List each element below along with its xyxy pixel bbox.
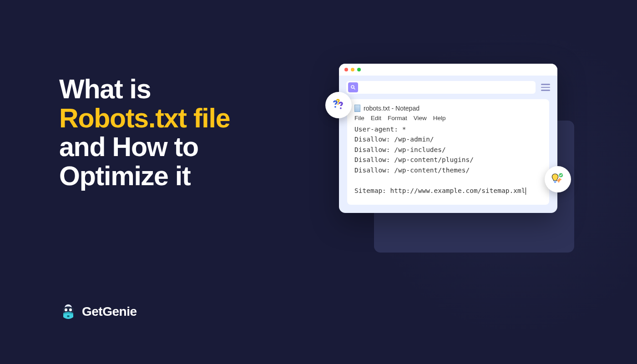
search-field[interactable] xyxy=(346,81,536,94)
browser-toolbar xyxy=(339,76,557,99)
window-maximize-dot xyxy=(357,68,361,71)
notepad-panel: robots.txt - Notepad File Edit Format Vi… xyxy=(347,99,549,205)
file-line-2: Disallow: /wp-admin/ xyxy=(354,136,434,143)
svg-rect-3 xyxy=(67,315,70,317)
headline-line-3: and How to xyxy=(59,132,198,162)
menu-file[interactable]: File xyxy=(354,115,364,121)
hamburger-menu-icon[interactable] xyxy=(541,84,550,91)
svg-line-5 xyxy=(354,88,355,90)
svg-point-6 xyxy=(334,106,336,108)
file-line-3: Disallow: /wp-includes/ xyxy=(354,146,446,153)
file-line-1: User-agent: * xyxy=(354,126,406,133)
notepad-title: robots.txt - Notepad xyxy=(354,105,542,112)
svg-point-1 xyxy=(65,308,67,311)
headline-line-2: Robots.txt file xyxy=(59,103,230,133)
search-input[interactable] xyxy=(358,84,534,91)
menu-format[interactable]: Format xyxy=(388,115,407,121)
svg-point-2 xyxy=(69,308,72,311)
notepad-title-text: robots.txt - Notepad xyxy=(364,105,420,112)
headline-line-4: Optimize it xyxy=(59,161,190,191)
browser-window: robots.txt - Notepad File Edit Format Vi… xyxy=(339,64,557,213)
menu-help[interactable]: Help xyxy=(433,115,446,121)
question-badge-icon xyxy=(325,92,352,118)
menu-view[interactable]: View xyxy=(414,115,427,121)
brand-logo-icon xyxy=(59,303,77,321)
file-line-5: Disallow: /wp-content/themes/ xyxy=(354,167,470,174)
svg-point-4 xyxy=(351,86,354,88)
svg-point-7 xyxy=(340,107,342,109)
notepad-menu: File Edit Format View Help xyxy=(354,115,542,121)
svg-point-8 xyxy=(337,103,339,105)
file-line-4: Disallow: /wp-content/plugins/ xyxy=(354,156,474,163)
document-icon xyxy=(354,105,360,112)
svg-rect-10 xyxy=(554,182,556,183)
menu-edit[interactable]: Edit xyxy=(371,115,381,121)
text-cursor xyxy=(526,187,526,195)
notepad-body[interactable]: User-agent: * Disallow: /wp-admin/ Disal… xyxy=(354,124,542,196)
window-titlebar xyxy=(339,64,557,76)
idea-badge-icon xyxy=(545,166,571,192)
file-line-7: Sitemap: http://www.example.com/sitemap.… xyxy=(354,187,525,194)
svg-rect-9 xyxy=(554,181,556,182)
search-icon xyxy=(348,82,358,92)
window-minimize-dot xyxy=(351,68,354,71)
brand-name: GetGenie xyxy=(82,304,136,319)
headline: What is Robots.txt file and How to Optim… xyxy=(59,75,278,191)
brand: GetGenie xyxy=(59,303,136,321)
headline-line-1: What is xyxy=(59,74,151,104)
window-close-dot xyxy=(344,68,348,71)
